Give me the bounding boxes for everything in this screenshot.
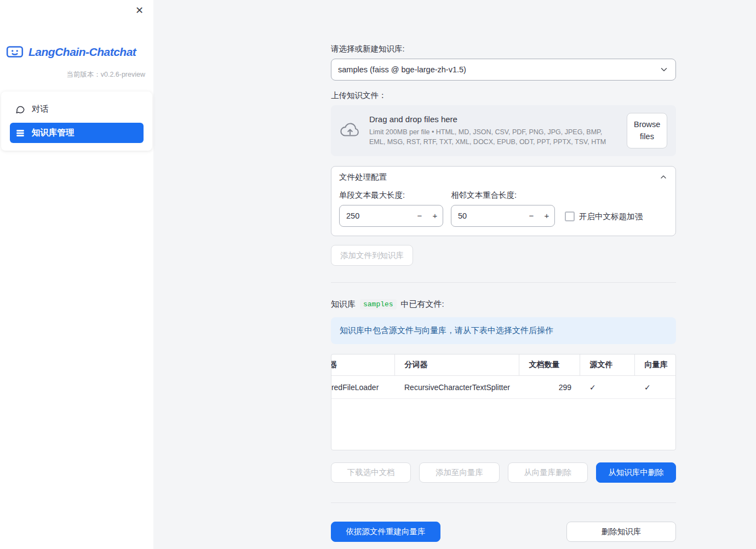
kb-select-value: samples (faiss @ bge-large-zh-v1.5): [338, 65, 466, 74]
cell-splitter: RecursiveCharacterTextSplitter: [394, 376, 519, 399]
dropzone-title: Drag and drop files here: [369, 115, 618, 124]
kb-files-heading: 知识库 samples 中已有文件:: [331, 299, 676, 310]
expander-body: 单段文本最大长度: − + 相邻文本重合长度: − +: [331, 188, 675, 236]
table-header-row: 文档加载器 分词器 文档数量 源文件 向量库: [331, 354, 676, 376]
sidebar-item-label: 知识库管理: [32, 127, 75, 139]
table: 文档加载器 分词器 文档数量 源文件 向量库 UnstructuredFileL…: [331, 354, 676, 399]
info-banner: 知识库中包含源文件与向量库，请从下表中选择文件后操作: [331, 317, 676, 344]
overlap-size-input[interactable]: [451, 211, 524, 220]
cell-source-file: ✓: [580, 376, 634, 399]
header-loader[interactable]: 文档加载器: [331, 354, 394, 376]
plus-icon[interactable]: +: [539, 211, 554, 220]
sidebar-item-label: 对话: [32, 104, 49, 115]
delete-kb-button[interactable]: 删除知识库: [566, 522, 676, 542]
chat-icon: [15, 105, 25, 115]
logo-title: LangChain-Chatchat: [28, 45, 136, 59]
overlap-size-field: 相邻文本重合长度: − +: [451, 190, 555, 227]
cell-doc-count: 299: [519, 376, 580, 399]
cloud-upload-icon: [340, 122, 360, 139]
header-doc-count[interactable]: 文档数量: [519, 354, 580, 376]
close-sidebar-icon[interactable]: ✕: [132, 3, 147, 18]
logo-icon: [5, 43, 24, 61]
minus-icon[interactable]: −: [412, 211, 427, 220]
header-source-file[interactable]: 源文件: [580, 354, 634, 376]
expander-header[interactable]: 文件处理配置: [331, 167, 675, 188]
kb-files-table[interactable]: 文档加载器 分词器 文档数量 源文件 向量库 UnstructuredFileL…: [331, 354, 676, 450]
version-label: 当前版本：v0.2.6-preview: [0, 70, 145, 79]
zh-title-enhance-checkbox[interactable]: [565, 211, 575, 221]
heading-suffix: 中已有文件:: [401, 299, 444, 310]
table-row[interactable]: UnstructuredFileLoader RecursiveCharacte…: [331, 376, 676, 399]
sidebar-item-dialogue[interactable]: 对话: [10, 99, 144, 119]
kb-level-buttons: 依据源文件重建向量库 删除知识库: [331, 522, 676, 542]
sidebar-item-knowledge-base[interactable]: 知识库管理: [10, 123, 144, 143]
overlap-size-stepper: − +: [451, 205, 555, 227]
kb-name-code: samples: [360, 299, 397, 310]
main-area: 请选择或新建知识库: samples (faiss @ bge-large-zh…: [153, 0, 756, 549]
divider: [331, 282, 676, 283]
upload-label: 上传知识文件：: [331, 90, 676, 101]
zh-title-enhance-field: 开启中文标题加强: [565, 211, 643, 222]
plus-icon[interactable]: +: [427, 211, 443, 220]
kb-select[interactable]: samples (faiss @ bge-large-zh-v1.5): [331, 59, 676, 81]
chunk-size-input[interactable]: [340, 211, 412, 220]
select-kb-label: 请选择或新建知识库:: [331, 44, 676, 54]
expander-title: 文件处理配置: [339, 172, 387, 182]
delete-from-vector-store-button[interactable]: 从向量库删除: [508, 462, 588, 483]
file-action-buttons: 下载选中文档 添加至向量库 从向量库删除 从知识库中删除: [331, 462, 676, 483]
app-logo: LangChain-Chatchat: [5, 43, 153, 61]
rebuild-vector-store-button[interactable]: 依据源文件重建向量库: [331, 522, 440, 542]
add-files-to-kb-button[interactable]: 添加文件到知识库: [331, 245, 413, 266]
chevron-down-icon: [659, 65, 669, 75]
header-vector-store[interactable]: 向量库: [634, 354, 676, 376]
stacked-list-icon: [15, 128, 25, 138]
heading-prefix: 知识库: [331, 299, 356, 310]
dropzone-limit: Limit 200MB per file • HTML, MD, JSON, C…: [369, 127, 618, 147]
add-to-vector-store-button[interactable]: 添加至向量库: [419, 462, 499, 483]
zh-title-enhance-label: 开启中文标题加强: [579, 211, 643, 222]
browse-files-button[interactable]: Browse files: [627, 113, 667, 148]
chunk-size-label: 单段文本最大长度:: [339, 190, 443, 201]
sidebar: ✕ LangChain-Chatchat 当前版本：v0.2.6-preview…: [0, 0, 153, 549]
cell-loader: UnstructuredFileLoader: [331, 376, 394, 399]
cell-vector-store: ✓: [634, 376, 676, 399]
download-selected-button[interactable]: 下载选中文档: [331, 462, 411, 483]
file-dropzone[interactable]: Drag and drop files here Limit 200MB per…: [331, 105, 676, 156]
chevron-up-icon: [659, 173, 668, 181]
delete-from-kb-button[interactable]: 从知识库中删除: [596, 462, 676, 483]
file-config-expander: 文件处理配置 单段文本最大长度: − + 相邻文本重合长度:: [331, 166, 676, 236]
header-splitter[interactable]: 分词器: [394, 354, 519, 376]
dropzone-text: Drag and drop files here Limit 200MB per…: [369, 115, 618, 147]
minus-icon[interactable]: −: [524, 211, 539, 220]
chunk-size-stepper: − +: [339, 205, 443, 227]
divider: [331, 502, 676, 503]
sidebar-nav: 对话 知识库管理: [1, 92, 152, 151]
content-column: 请选择或新建知识库: samples (faiss @ bge-large-zh…: [331, 0, 676, 542]
overlap-size-label: 相邻文本重合长度:: [451, 190, 555, 201]
chunk-size-field: 单段文本最大长度: − +: [339, 190, 443, 227]
